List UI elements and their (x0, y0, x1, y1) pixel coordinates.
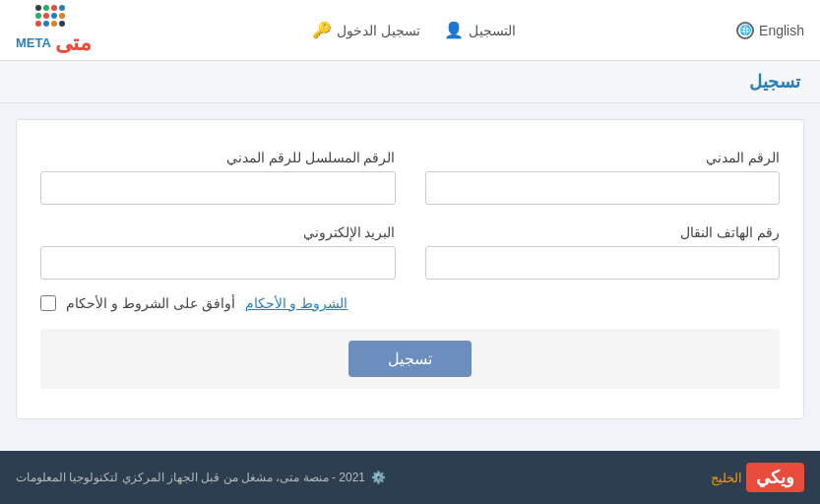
wiki-sub-text: الخليج (711, 471, 742, 485)
civil-id-label: الرقم المدني (425, 150, 781, 165)
terms-checkbox[interactable] (40, 295, 56, 311)
page-title-bar: تسجيل (0, 61, 820, 103)
terms-agree-label: أوافق على الشروط و الأحكام (66, 295, 235, 311)
logo-area: متى META (16, 5, 92, 56)
email-label: البريد الإلكتروني (40, 224, 396, 240)
main-content: الرقم المدني الرقم المسلسل للرقم المدني … (16, 119, 804, 419)
email-group: البريد الإلكتروني (40, 224, 396, 280)
login-icon: 🔑 (312, 21, 332, 39)
gear-icon: ⚙️ (371, 471, 386, 484)
wiki-logo-text: ويكي (746, 463, 804, 492)
registration-form: الرقم المدني الرقم المسلسل للرقم المدني … (40, 150, 780, 280)
email-input[interactable] (40, 246, 396, 280)
register-icon: 👤 (444, 21, 464, 39)
language-button[interactable]: 🌐 English (736, 22, 804, 39)
civil-id-group: الرقم المدني (425, 150, 781, 205)
terms-row: الشروط و الأحكام أوافق على الشروط و الأح… (40, 295, 780, 311)
lang-label: English (759, 23, 804, 38)
header-nav: 🔑 تسجيل الدخول 👤 التسجيل (312, 21, 516, 39)
login-link[interactable]: 🔑 تسجيل الدخول (312, 21, 420, 39)
civil-id-input[interactable] (425, 171, 781, 205)
phone-input[interactable] (425, 246, 781, 280)
footer-copyright: ⚙️ 2021 - منصة متى، مشغل من قبل الجهاز ا… (16, 471, 386, 484)
globe-icon: 🌐 (736, 22, 754, 39)
terms-link[interactable]: الشروط و الأحكام (245, 295, 348, 311)
phone-group: رقم الهاتف النقال (425, 224, 781, 280)
logo-meta-ar: متى (55, 31, 92, 56)
logo-dots (35, 5, 65, 27)
register-label: التسجيل (469, 23, 516, 38)
footer: ويكي الخليج ⚙️ 2021 - منصة متى، مشغل من … (0, 451, 820, 504)
serial-input[interactable] (40, 171, 396, 205)
header: 🌐 English 🔑 تسجيل الدخول 👤 التسجيل (0, 0, 820, 61)
header-left: 🌐 English (736, 22, 804, 39)
submit-button[interactable]: تسجيل (348, 341, 472, 377)
register-link[interactable]: 👤 التسجيل (444, 21, 516, 39)
phone-label: رقم الهاتف النقال (425, 224, 781, 240)
copyright-text: 2021 - منصة متى، مشغل من قبل الجهاز المر… (16, 471, 365, 484)
page-title: تسجيل (749, 72, 800, 92)
login-label: تسجيل الدخول (337, 23, 420, 38)
serial-group: الرقم المسلسل للرقم المدني (40, 150, 396, 205)
footer-logo: ويكي الخليج (711, 463, 804, 492)
submit-row: تسجيل (40, 329, 780, 389)
logo-meta-en: META (16, 35, 51, 50)
serial-label: الرقم المسلسل للرقم المدني (40, 150, 396, 165)
